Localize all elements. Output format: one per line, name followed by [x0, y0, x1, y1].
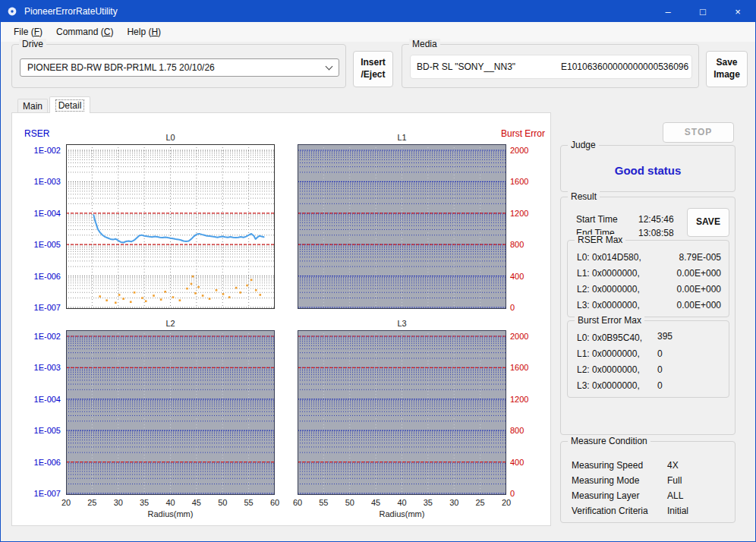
rser-tick-label: 1E-003 [14, 362, 61, 373]
burst-max-l0-addr: L0: 0x0B95C40, [577, 332, 642, 343]
chart-title-l3: L3 [298, 318, 506, 329]
burst-tick-label: 1200 [510, 208, 547, 219]
burst-tick-label: 0 [510, 302, 547, 313]
rser-tick-label: 1E-007 [14, 488, 61, 499]
tab-main[interactable]: Main [17, 99, 48, 113]
title-bar: PioneerErrorRateUtility – □ × [1, 1, 755, 22]
radius-tick-label: 60 [265, 498, 285, 508]
burst-max-l1-addr: L1: 0x0000000, [577, 348, 640, 359]
measuring-mode-value: Full [667, 475, 682, 486]
rser-tick-label: 1E-002 [14, 331, 61, 342]
burst-tick-label: 800 [510, 239, 547, 250]
burst-max-l1-value: 0 [657, 348, 663, 359]
measure-condition-label: Measure Condition [568, 436, 650, 446]
radius-tick-label: 25 [82, 498, 102, 508]
menu-help[interactable]: Help (H) [120, 24, 168, 39]
rser-max-l0-addr: L0: 0x014D580, [577, 252, 641, 263]
rser-tick-label: 1E-004 [14, 208, 61, 219]
radius-tick-label: 20 [56, 498, 76, 508]
burst-tick-label: 1600 [510, 176, 547, 187]
burst-error-max-group: Burst Error Max L0: 0x0B95C40, 395 L1: 0… [567, 320, 729, 398]
judge-status: Good status [561, 164, 735, 177]
burst-max-l3-value: 0 [657, 380, 663, 391]
chart-l2 [66, 330, 275, 495]
measuring-mode-label: Measuring Mode [572, 475, 639, 486]
maximize-button[interactable]: □ [685, 1, 720, 22]
tab-detail[interactable]: Detail [49, 96, 90, 113]
insert-eject-line1: Insert [361, 57, 386, 69]
burst-tick-label: 400 [510, 271, 547, 282]
menu-command-post: ) [110, 27, 113, 37]
burst-tick-label: 2000 [510, 331, 547, 342]
rser-tick-label: 1E-006 [14, 457, 61, 468]
chart-l1 [298, 144, 506, 309]
chart-l0 [66, 144, 275, 309]
measuring-layer-value: ALL [667, 490, 683, 501]
measuring-layer-label: Measuring Layer [572, 490, 639, 501]
judge-group-label: Judge [568, 140, 599, 150]
measuring-speed-value: 4X [667, 460, 679, 471]
chart-title-l1: L1 [298, 132, 506, 143]
burst-max-l3-addr: L3: 0x0000000, [577, 380, 640, 391]
burst-tick-label: 1200 [510, 394, 547, 405]
window-controls: – □ × [650, 1, 755, 22]
rser-tick-label: 1E-003 [14, 176, 61, 187]
minimize-button[interactable]: – [650, 1, 685, 22]
rser-max-l1-value: 0.00E+000 [677, 268, 721, 279]
rser-tick-label: 1E-007 [14, 302, 61, 313]
rser-tick-label: 1E-005 [14, 425, 61, 436]
chart-title-l0: L0 [66, 132, 275, 143]
radius-tick-label: 30 [109, 498, 128, 508]
radius-tick-label: 40 [161, 498, 181, 508]
insert-eject-line2: /Eject [361, 69, 385, 81]
radius-tick-label: 20 [496, 498, 516, 508]
menu-file-key: F [34, 27, 39, 37]
radius-tick-label: 35 [418, 498, 438, 508]
rser-max-l1-addr: L1: 0x0000000, [577, 268, 640, 279]
app-icon [6, 5, 18, 17]
app-window: PioneerErrorRateUtility – □ × File (F) C… [0, 0, 756, 542]
burst-max-label: Burst Error Max [575, 315, 644, 326]
rser-tick-label: 1E-005 [14, 239, 61, 250]
verification-criteria-label: Verification Criteria [572, 506, 648, 516]
stop-button[interactable]: STOP [663, 122, 734, 143]
menu-file-pre: File ( [14, 27, 34, 37]
media-disc-type: BD-R SL "SONY__NN3" [417, 61, 561, 72]
rser-tick-label: 1E-004 [14, 394, 61, 405]
save-button[interactable]: SAVE [687, 208, 729, 237]
media-disc-id: E101063600000000000536096 [561, 61, 688, 72]
burst-max-l2-addr: L2: 0x0000000, [577, 364, 640, 375]
drive-select[interactable]: PIONEER BD-RW BDR-PR1ML 1.75 20/10/26 [20, 58, 339, 77]
menu-file[interactable]: File (F) [7, 24, 49, 39]
result-group: Result Start Time 12:45:46 End Time 13:0… [560, 197, 736, 435]
close-button[interactable]: × [720, 1, 755, 22]
menu-bar: File (F) Command (C) Help (H) [1, 22, 755, 42]
menu-command[interactable]: Command (C) [49, 24, 120, 39]
burst-max-l0-value: 395 [657, 331, 673, 342]
drive-group-label: Drive [19, 39, 46, 49]
save-image-button[interactable]: Save Image [706, 51, 748, 87]
radius-tick-label: 60 [288, 498, 307, 508]
save-image-line2: Image [713, 69, 740, 81]
measure-condition-group: Measure Condition Measuring Speed 4X Mea… [560, 441, 736, 523]
radius-tick-label: 25 [471, 498, 490, 508]
radius-tick-label: 50 [213, 498, 232, 508]
chart-title-l2: L2 [66, 318, 275, 329]
drive-group: Drive PIONEER BD-RW BDR-PR1ML 1.75 20/10… [11, 44, 346, 88]
burst-tick-label: 400 [510, 457, 547, 468]
result-group-label: Result [568, 191, 600, 202]
chevron-down-icon [326, 63, 333, 71]
insert-eject-button[interactable]: Insert /Eject [353, 51, 393, 87]
verification-criteria-value: Initial [667, 506, 688, 516]
start-time-value: 12:45:46 [638, 214, 674, 225]
menu-file-post: ) [39, 27, 43, 37]
measuring-speed-label: Measuring Speed [572, 460, 643, 471]
media-field: BD-R SL "SONY__NN3" E1010636000000000005… [410, 55, 692, 79]
judge-group: Judge Good status [560, 145, 736, 192]
window-title: PioneerErrorRateUtility [24, 6, 118, 17]
rser-max-l2-value: 0.00E+000 [677, 284, 721, 295]
chart-l3 [298, 330, 506, 495]
rser-max-label: RSER Max [575, 235, 625, 245]
rser-tick-label: 1E-006 [14, 271, 61, 282]
radius-tick-label: 55 [313, 498, 333, 508]
